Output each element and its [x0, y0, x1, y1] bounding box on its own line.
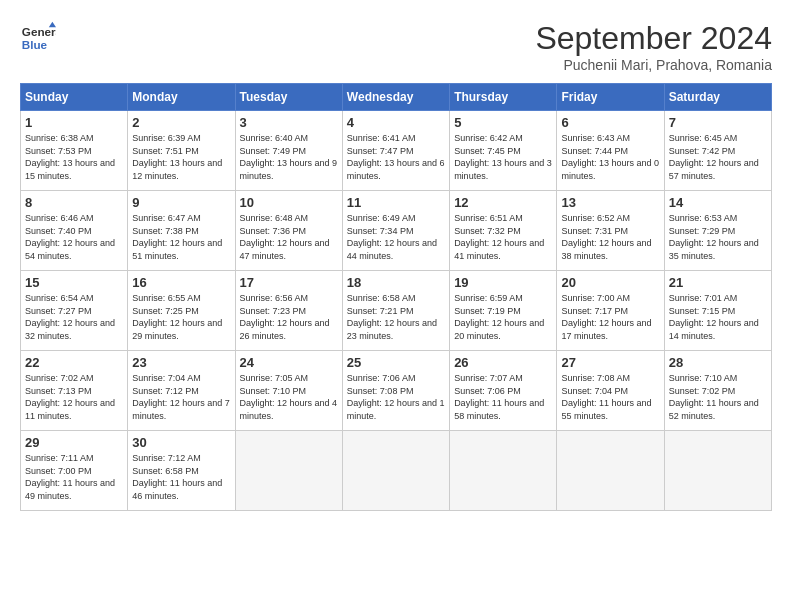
weekday-header-wednesday: Wednesday	[342, 84, 449, 111]
day-number: 8	[25, 195, 123, 210]
day-info: Sunrise: 7:05 AMSunset: 7:10 PMDaylight:…	[240, 372, 338, 422]
calendar-cell: 2Sunrise: 6:39 AMSunset: 7:51 PMDaylight…	[128, 111, 235, 191]
location: Puchenii Mari, Prahova, Romania	[535, 57, 772, 73]
day-info: Sunrise: 6:40 AMSunset: 7:49 PMDaylight:…	[240, 132, 338, 182]
weekday-header-row: SundayMondayTuesdayWednesdayThursdayFrid…	[21, 84, 772, 111]
day-number: 3	[240, 115, 338, 130]
calendar-cell: 13Sunrise: 6:52 AMSunset: 7:31 PMDayligh…	[557, 191, 664, 271]
day-number: 24	[240, 355, 338, 370]
day-info: Sunrise: 6:42 AMSunset: 7:45 PMDaylight:…	[454, 132, 552, 182]
calendar-cell: 29Sunrise: 7:11 AMSunset: 7:00 PMDayligh…	[21, 431, 128, 511]
title-block: September 2024 Puchenii Mari, Prahova, R…	[535, 20, 772, 73]
calendar-cell: 8Sunrise: 6:46 AMSunset: 7:40 PMDaylight…	[21, 191, 128, 271]
calendar-cell: 15Sunrise: 6:54 AMSunset: 7:27 PMDayligh…	[21, 271, 128, 351]
day-number: 20	[561, 275, 659, 290]
calendar-cell: 4Sunrise: 6:41 AMSunset: 7:47 PMDaylight…	[342, 111, 449, 191]
day-number: 6	[561, 115, 659, 130]
weekday-header-thursday: Thursday	[450, 84, 557, 111]
calendar-cell: 1Sunrise: 6:38 AMSunset: 7:53 PMDaylight…	[21, 111, 128, 191]
day-info: Sunrise: 6:46 AMSunset: 7:40 PMDaylight:…	[25, 212, 123, 262]
day-number: 2	[132, 115, 230, 130]
day-number: 15	[25, 275, 123, 290]
calendar-cell	[664, 431, 771, 511]
calendar-cell	[342, 431, 449, 511]
day-info: Sunrise: 6:41 AMSunset: 7:47 PMDaylight:…	[347, 132, 445, 182]
day-number: 14	[669, 195, 767, 210]
weekday-header-friday: Friday	[557, 84, 664, 111]
day-info: Sunrise: 6:56 AMSunset: 7:23 PMDaylight:…	[240, 292, 338, 342]
calendar-cell	[557, 431, 664, 511]
day-number: 25	[347, 355, 445, 370]
day-info: Sunrise: 7:10 AMSunset: 7:02 PMDaylight:…	[669, 372, 767, 422]
weekday-header-monday: Monday	[128, 84, 235, 111]
svg-text:Blue: Blue	[22, 38, 48, 51]
calendar-cell: 20Sunrise: 7:00 AMSunset: 7:17 PMDayligh…	[557, 271, 664, 351]
day-info: Sunrise: 6:51 AMSunset: 7:32 PMDaylight:…	[454, 212, 552, 262]
day-number: 28	[669, 355, 767, 370]
day-info: Sunrise: 6:39 AMSunset: 7:51 PMDaylight:…	[132, 132, 230, 182]
calendar-cell: 12Sunrise: 6:51 AMSunset: 7:32 PMDayligh…	[450, 191, 557, 271]
day-info: Sunrise: 7:00 AMSunset: 7:17 PMDaylight:…	[561, 292, 659, 342]
day-info: Sunrise: 6:47 AMSunset: 7:38 PMDaylight:…	[132, 212, 230, 262]
calendar-cell: 26Sunrise: 7:07 AMSunset: 7:06 PMDayligh…	[450, 351, 557, 431]
page-header: General Blue September 2024 Puchenii Mar…	[20, 20, 772, 73]
day-info: Sunrise: 6:43 AMSunset: 7:44 PMDaylight:…	[561, 132, 659, 182]
day-number: 7	[669, 115, 767, 130]
day-info: Sunrise: 7:06 AMSunset: 7:08 PMDaylight:…	[347, 372, 445, 422]
day-number: 5	[454, 115, 552, 130]
calendar-cell: 3Sunrise: 6:40 AMSunset: 7:49 PMDaylight…	[235, 111, 342, 191]
day-number: 23	[132, 355, 230, 370]
calendar-cell: 6Sunrise: 6:43 AMSunset: 7:44 PMDaylight…	[557, 111, 664, 191]
day-info: Sunrise: 7:11 AMSunset: 7:00 PMDaylight:…	[25, 452, 123, 502]
calendar-week-4: 22Sunrise: 7:02 AMSunset: 7:13 PMDayligh…	[21, 351, 772, 431]
day-info: Sunrise: 6:53 AMSunset: 7:29 PMDaylight:…	[669, 212, 767, 262]
calendar-cell: 21Sunrise: 7:01 AMSunset: 7:15 PMDayligh…	[664, 271, 771, 351]
calendar-cell: 27Sunrise: 7:08 AMSunset: 7:04 PMDayligh…	[557, 351, 664, 431]
calendar-cell: 19Sunrise: 6:59 AMSunset: 7:19 PMDayligh…	[450, 271, 557, 351]
calendar-cell	[450, 431, 557, 511]
day-number: 4	[347, 115, 445, 130]
day-info: Sunrise: 6:49 AMSunset: 7:34 PMDaylight:…	[347, 212, 445, 262]
day-number: 16	[132, 275, 230, 290]
calendar-table: SundayMondayTuesdayWednesdayThursdayFrid…	[20, 83, 772, 511]
day-info: Sunrise: 6:52 AMSunset: 7:31 PMDaylight:…	[561, 212, 659, 262]
month-title: September 2024	[535, 20, 772, 57]
calendar-cell: 17Sunrise: 6:56 AMSunset: 7:23 PMDayligh…	[235, 271, 342, 351]
day-number: 13	[561, 195, 659, 210]
calendar-cell: 9Sunrise: 6:47 AMSunset: 7:38 PMDaylight…	[128, 191, 235, 271]
calendar-cell: 22Sunrise: 7:02 AMSunset: 7:13 PMDayligh…	[21, 351, 128, 431]
day-info: Sunrise: 6:38 AMSunset: 7:53 PMDaylight:…	[25, 132, 123, 182]
calendar-week-1: 1Sunrise: 6:38 AMSunset: 7:53 PMDaylight…	[21, 111, 772, 191]
day-number: 11	[347, 195, 445, 210]
calendar-week-3: 15Sunrise: 6:54 AMSunset: 7:27 PMDayligh…	[21, 271, 772, 351]
day-info: Sunrise: 7:07 AMSunset: 7:06 PMDaylight:…	[454, 372, 552, 422]
calendar-cell: 14Sunrise: 6:53 AMSunset: 7:29 PMDayligh…	[664, 191, 771, 271]
day-number: 17	[240, 275, 338, 290]
calendar-cell: 25Sunrise: 7:06 AMSunset: 7:08 PMDayligh…	[342, 351, 449, 431]
day-info: Sunrise: 7:01 AMSunset: 7:15 PMDaylight:…	[669, 292, 767, 342]
day-info: Sunrise: 6:55 AMSunset: 7:25 PMDaylight:…	[132, 292, 230, 342]
calendar-cell: 28Sunrise: 7:10 AMSunset: 7:02 PMDayligh…	[664, 351, 771, 431]
day-info: Sunrise: 6:54 AMSunset: 7:27 PMDaylight:…	[25, 292, 123, 342]
day-info: Sunrise: 6:48 AMSunset: 7:36 PMDaylight:…	[240, 212, 338, 262]
calendar-cell: 7Sunrise: 6:45 AMSunset: 7:42 PMDaylight…	[664, 111, 771, 191]
day-info: Sunrise: 7:08 AMSunset: 7:04 PMDaylight:…	[561, 372, 659, 422]
day-number: 12	[454, 195, 552, 210]
day-number: 10	[240, 195, 338, 210]
logo: General Blue	[20, 20, 56, 56]
calendar-cell: 30Sunrise: 7:12 AMSunset: 6:58 PMDayligh…	[128, 431, 235, 511]
day-number: 27	[561, 355, 659, 370]
calendar-cell: 10Sunrise: 6:48 AMSunset: 7:36 PMDayligh…	[235, 191, 342, 271]
day-info: Sunrise: 7:12 AMSunset: 6:58 PMDaylight:…	[132, 452, 230, 502]
day-number: 18	[347, 275, 445, 290]
calendar-cell: 24Sunrise: 7:05 AMSunset: 7:10 PMDayligh…	[235, 351, 342, 431]
calendar-cell	[235, 431, 342, 511]
calendar-cell: 18Sunrise: 6:58 AMSunset: 7:21 PMDayligh…	[342, 271, 449, 351]
calendar-week-5: 29Sunrise: 7:11 AMSunset: 7:00 PMDayligh…	[21, 431, 772, 511]
day-number: 26	[454, 355, 552, 370]
calendar-cell: 23Sunrise: 7:04 AMSunset: 7:12 PMDayligh…	[128, 351, 235, 431]
day-number: 19	[454, 275, 552, 290]
day-info: Sunrise: 7:04 AMSunset: 7:12 PMDaylight:…	[132, 372, 230, 422]
calendar-cell: 11Sunrise: 6:49 AMSunset: 7:34 PMDayligh…	[342, 191, 449, 271]
weekday-header-saturday: Saturday	[664, 84, 771, 111]
